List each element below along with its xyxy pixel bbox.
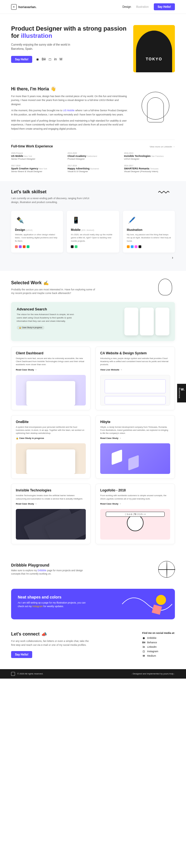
exp-title: Full-time Work Experience [11,144,53,148]
exp-linkedin-link[interactable]: View more on Linkedin → [150,146,175,148]
project-visual [100,375,170,405]
neat-shapes-banner: Neat shapes and colors As I am still set… [11,589,175,619]
social-icon: Bē [142,641,145,644]
wave-icon: 👋 [50,86,56,92]
basketball-icon [158,561,175,578]
social-link[interactable]: inLinkedIn [142,646,175,648]
header-cta-button[interactable]: Say Hello! [154,3,175,10]
skill-icon: ✒️ [15,215,25,225]
social-icon: ◉ [142,637,145,640]
hero-subtitle: Currently enjoying the sunny side of the… [11,42,72,51]
project-visual: こちらをご覧ください☆ [100,509,170,539]
megaphone-icon: 📣 [41,631,47,637]
copyright: © 2020 All rights reserved. [17,673,43,675]
skill-tools [127,245,171,248]
main-nav: Design Illustration Say Hello! [122,3,175,10]
nav-design[interactable]: Design [122,5,131,8]
social-icon: M [142,654,145,657]
sm-title: Find me on social media at: [142,631,175,634]
nav-illustration[interactable]: Illustration [136,5,149,8]
logo-icon: ≡ [11,4,17,10]
exp-item: 2017-2018Spark Creative Agency New YorkS… [11,165,62,173]
exp-item: 2020-PresentUS Mobile New YorkSenior Pro… [11,152,62,160]
project-link[interactable]: Read Case Study → [100,502,121,505]
project-link[interactable]: Read Case Study → [16,502,37,505]
intro-title: Hi there, I'm Horia 👋 [11,86,128,92]
skill-tools [71,245,115,248]
scribble-icon: 〰 [158,187,169,199]
social-link[interactable]: MMedium [142,654,175,657]
skills-title: Let's talk skillset [11,189,175,194]
instagram-icon[interactable]: ◻ [48,57,51,61]
project-link[interactable]: Read Case Study → [16,369,37,371]
usmobile-link[interactable]: US Mobile [63,109,75,112]
project-visual [16,375,86,405]
medium-icon[interactable]: M [60,57,62,61]
skills-next-arrow[interactable]: › [11,255,175,260]
footer-logo-icon [11,672,15,676]
awwwards-ribbon[interactable]: Nominee [177,384,186,402]
skill-icon: 🖊️ [127,215,137,225]
project-visual [100,443,170,474]
instagram-link[interactable]: Instagram [32,605,43,608]
skill-tools [15,245,59,248]
skill-icon: 📱 [71,215,81,225]
project-card[interactable]: OneBiteA system that encompasses your pe… [11,415,90,479]
logo-text: horiavarlan. [18,5,37,9]
skill-card[interactable]: 📱Mobile (iOS / Android)It's 2020, we sho… [67,211,119,252]
skill-card[interactable]: 🖊️Illustration My love, my passion and t… [123,211,175,252]
behance-icon[interactable]: Bē [42,57,46,61]
dribbble-title: Dribbble Playground [11,563,83,567]
writing-icon: ✍️ [43,280,49,286]
featured-mockups [124,308,169,335]
social-link[interactable]: ◻Instagram [142,650,175,653]
featured-project[interactable]: Advanced Search The vision for the new A… [11,302,175,341]
skill-card[interactable]: ✒️Design (UX/UI)Website, application or … [11,211,63,252]
svg-point-0 [156,595,166,605]
project-link[interactable]: 🔒 Case Study in progress [16,437,44,439]
hero-cta-button[interactable]: Say Hello! [11,56,32,63]
project-card[interactable]: CA Website & Design SystemIntroducing a … [96,346,175,410]
skills-sub: I am currently on a never-ending path of… [11,197,95,204]
work-title: Selected Work ✍️ [11,280,175,286]
hero-social-icons: ◉ Bē ◻ in M [36,57,62,61]
hero-title: Product Designer with a strong passion f… [11,25,128,40]
neat-illustration [119,589,175,619]
social-icon: in [142,646,145,648]
social-link[interactable]: ◉Dribbble [142,637,175,640]
project-visual [16,443,86,474]
project-card[interactable]: HibyteHibyte, a newly formed development… [96,415,175,479]
project-card[interactable]: Invisible TechnologiesInvisible Technolo… [11,484,90,544]
hero-photo: TOKYO [133,25,175,72]
exp-item: 2019-2020Cloud Academy SwitzerlandProduc… [68,152,118,160]
svg-rect-1 [152,604,162,615]
project-link[interactable]: View Live Website → [100,369,122,371]
case-study-pill: 🔒 Case Study in progress [17,326,44,330]
tooth-illustration [158,279,172,296]
logo[interactable]: ≡ horiavarlan. [11,4,37,10]
linkedin-icon[interactable]: in [54,57,57,61]
intro-body: For more than 5 years now, design has be… [11,94,128,131]
connect-cta-button[interactable]: Say Hello! [11,651,32,658]
project-link[interactable]: Read Case Study → [100,437,121,439]
connect-title: Let's connect 📣 [11,631,131,637]
project-visual [16,509,86,539]
social-icon: ◻ [142,650,145,653]
footer-credit: - Designed and implemented by yours trul… [131,673,175,675]
work-sub: Probably the section you are most intere… [11,288,97,296]
social-link[interactable]: BēBehance [142,641,175,644]
project-card[interactable]: Logofolio - 2018From working with worldw… [96,484,175,544]
dribbble-icon[interactable]: ◉ [36,57,39,61]
intro-illustration [136,86,175,131]
dribbble-link[interactable]: Dribbble [37,569,46,572]
exp-item: 2018-2019Invisible Technologies San Fran… [124,152,175,160]
project-card[interactable]: Client DashboardDesigned to work fast, s… [11,346,90,410]
exp-item: 2016-2017SMARTERS Romania TimisoaraVisua… [124,165,175,173]
exp-item: 2017-2018Happy Advertising BucharestVisu… [68,165,118,173]
